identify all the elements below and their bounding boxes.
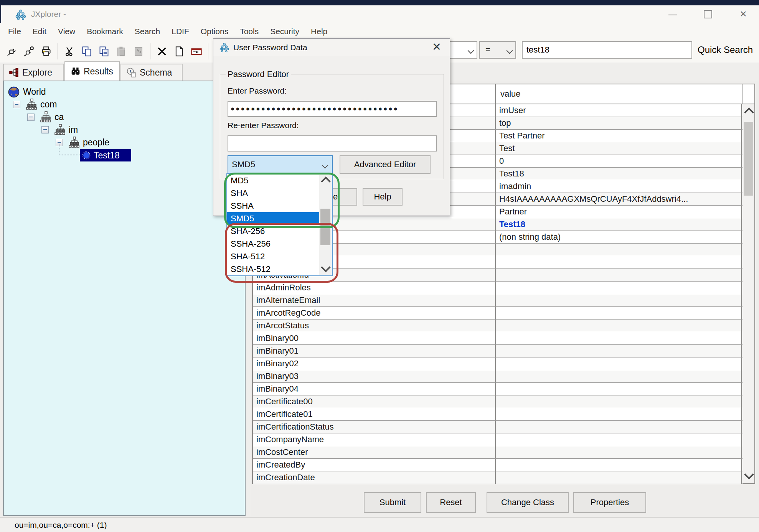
table-row[interactable]: imCertificationStatus xyxy=(253,421,742,433)
table-row[interactable]: imBinary00 xyxy=(253,332,742,345)
table-row[interactable]: imBinary02 xyxy=(253,357,742,370)
scroll-up-icon[interactable] xyxy=(744,107,754,117)
attribute-value-cell[interactable]: (non string data) xyxy=(496,231,742,243)
tree-item-test18[interactable]: Test18 xyxy=(80,149,131,161)
cut-icon[interactable] xyxy=(62,44,77,59)
table-row[interactable]: imBinary04 xyxy=(253,383,742,395)
menu-options[interactable]: Options xyxy=(195,23,234,40)
attribute-value-cell[interactable] xyxy=(496,421,742,433)
attribute-name-cell[interactable]: imBinary00 xyxy=(253,332,496,344)
properties-button[interactable]: Properties xyxy=(573,492,646,513)
attribute-value-cell[interactable] xyxy=(496,408,742,420)
change-class-button[interactable]: Change Class xyxy=(487,492,569,513)
attribute-name-cell[interactable]: imBinary04 xyxy=(253,383,496,395)
advanced-editor-button[interactable]: Advanced Editor xyxy=(340,155,431,174)
menu-search[interactable]: Search xyxy=(129,23,166,40)
attribute-value-cell[interactable] xyxy=(496,307,742,319)
table-row[interactable]: imAdminRoles xyxy=(253,282,742,294)
tree-item-im[interactable]: im xyxy=(69,124,78,136)
value-column-header[interactable]: value xyxy=(497,84,742,104)
attribute-value-cell[interactable]: top xyxy=(496,117,742,129)
reenter-password-input[interactable] xyxy=(228,135,437,152)
scroll-down-icon[interactable] xyxy=(744,469,754,479)
tree-item-ca[interactable]: ca xyxy=(54,111,64,123)
table-row[interactable]: imCertificate00 xyxy=(253,395,742,408)
attribute-name-cell[interactable]: imArcotStatus xyxy=(253,320,496,332)
search-attribute-combo[interactable] xyxy=(446,41,477,59)
attribute-name-cell[interactable]: imAdminRoles xyxy=(253,282,496,294)
attribute-value-cell[interactable]: imadmin xyxy=(496,180,742,193)
close-button[interactable]: × xyxy=(736,5,751,23)
attribute-value-cell[interactable] xyxy=(496,320,742,332)
attribute-value-cell[interactable] xyxy=(496,446,742,458)
attribute-value-cell[interactable] xyxy=(496,282,742,294)
disconnect-icon[interactable] xyxy=(21,44,36,59)
new-entry-icon[interactable] xyxy=(172,44,187,59)
attribute-value-cell[interactable] xyxy=(496,395,742,408)
table-scrollbar[interactable] xyxy=(742,104,754,483)
table-scrollbar-thumb[interactable] xyxy=(744,122,753,196)
paste-icon[interactable] xyxy=(114,44,129,59)
tree-expander-im[interactable] xyxy=(41,126,49,133)
menu-edit[interactable]: Edit xyxy=(27,23,52,40)
attribute-name-cell[interactable]: imCertificate01 xyxy=(253,408,496,420)
attribute-value-cell[interactable] xyxy=(496,345,742,357)
attribute-name-cell[interactable]: imArcotRegCode xyxy=(253,307,496,319)
attribute-value-cell[interactable]: Test xyxy=(496,142,742,155)
menu-ldif[interactable]: LDIF xyxy=(166,23,195,40)
attribute-value-cell[interactable] xyxy=(496,244,742,256)
attribute-name-cell[interactable]: imCertificate00 xyxy=(253,395,496,408)
attribute-value-cell[interactable]: Test18 xyxy=(496,168,742,180)
table-row[interactable]: imCompanyName xyxy=(253,433,742,446)
attribute-value-cell[interactable] xyxy=(496,269,742,281)
attribute-value-cell[interactable] xyxy=(496,294,742,306)
menu-security[interactable]: Security xyxy=(264,23,305,40)
menu-tools[interactable]: Tools xyxy=(234,23,264,40)
attribute-name-cell[interactable]: imCertificationStatus xyxy=(253,421,496,433)
tab-schema[interactable]: ! Schema xyxy=(120,64,183,81)
table-row[interactable]: imCertificate01 xyxy=(253,408,742,421)
attribute-value-cell[interactable] xyxy=(496,383,742,395)
maximize-button[interactable] xyxy=(700,5,716,23)
image-icon[interactable] xyxy=(131,44,146,59)
dialog-titlebar[interactable]: User Password Data ✕ xyxy=(213,39,450,56)
print-icon[interactable] xyxy=(38,44,54,59)
table-row[interactable]: imArcotRegCode xyxy=(253,307,742,320)
menu-bookmark[interactable]: Bookmark xyxy=(81,23,129,40)
attribute-value-cell[interactable] xyxy=(496,332,742,344)
search-operator-combo[interactable]: = xyxy=(479,41,516,59)
attribute-name-cell[interactable]: imBinary02 xyxy=(253,357,496,370)
table-row[interactable]: imCreatedBy xyxy=(253,459,742,471)
attribute-value-cell[interactable] xyxy=(496,370,742,382)
attribute-value-cell[interactable] xyxy=(496,471,742,484)
copy-icon[interactable] xyxy=(79,44,94,59)
attribute-name-cell[interactable]: imCostCenter xyxy=(253,446,496,458)
reset-button[interactable]: Reset xyxy=(426,492,476,513)
attribute-name-cell[interactable]: imCreatedBy xyxy=(253,459,496,471)
tree-expander-com[interactable] xyxy=(13,101,20,108)
table-row[interactable]: imCostCenter xyxy=(253,446,742,459)
quick-search-input[interactable] xyxy=(522,41,692,59)
menu-help[interactable]: Help xyxy=(305,23,333,40)
attribute-name-cell[interactable]: imBinary03 xyxy=(253,370,496,382)
table-row[interactable]: imArcotStatus xyxy=(253,320,742,332)
copy-page-icon[interactable] xyxy=(96,44,112,59)
connect-icon[interactable] xyxy=(4,44,19,59)
tab-results[interactable]: Results xyxy=(64,61,120,81)
attribute-value-cell[interactable] xyxy=(496,256,742,268)
attribute-value-cell[interactable] xyxy=(496,459,742,471)
attribute-value-cell[interactable]: Test18 xyxy=(496,218,742,231)
delete-icon[interactable] xyxy=(154,44,170,59)
attribute-value-cell[interactable]: Test Partner xyxy=(496,130,742,142)
attribute-name-cell[interactable]: imBinary01 xyxy=(253,345,496,357)
dialog-close-icon[interactable]: ✕ xyxy=(429,39,444,56)
table-row[interactable]: imBinary01 xyxy=(253,345,742,357)
tab-explore[interactable]: Explore xyxy=(3,64,64,81)
attribute-value-cell[interactable]: H4sIAAAAAAAAAGXMsQrCUAyF4XfJfAddswri4... xyxy=(496,193,742,205)
attribute-value-cell[interactable]: Partner xyxy=(496,206,742,218)
table-row[interactable]: imAlternateEmail xyxy=(253,294,742,307)
attribute-name-cell[interactable]: imCreationDate xyxy=(253,471,496,484)
submit-button[interactable]: Submit xyxy=(364,492,421,513)
minimize-button[interactable] xyxy=(665,5,680,23)
menu-view[interactable]: View xyxy=(52,23,81,40)
